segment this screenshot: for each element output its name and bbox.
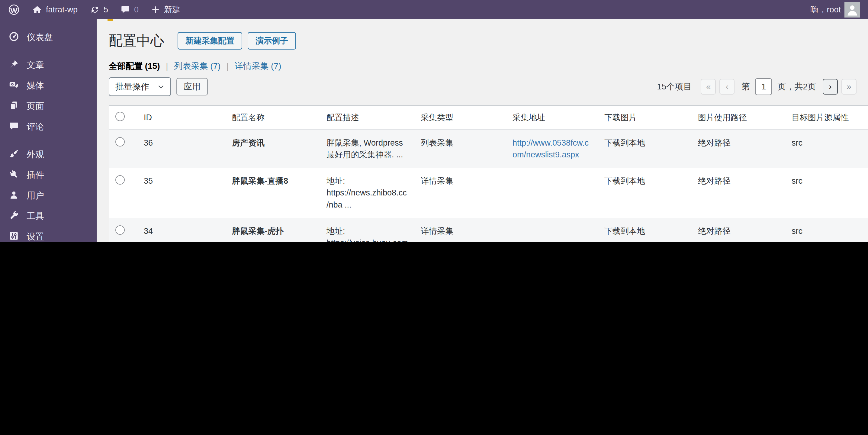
wordpress-admin: fatrat-wp 5 0 新建 嗨，root 仪表盘: [0, 0, 868, 435]
cell-path: 绝对路径: [692, 130, 785, 168]
items-total: 15个项目: [657, 81, 692, 92]
new-content-link[interactable]: 新建: [151, 4, 180, 15]
sidebar-item-plugins[interactable]: 插件: [0, 165, 97, 185]
sidebar-item-pages[interactable]: 页面: [0, 96, 97, 117]
cell-desc: 地址: https://voice.hupu.com/spo ...: [320, 218, 415, 242]
sidebar-label: 插件: [27, 169, 44, 181]
select-all-checkbox[interactable]: [115, 112, 125, 121]
settings-icon: [8, 230, 19, 242]
cell-attr: src: [785, 218, 868, 242]
sidebar-item-comments[interactable]: 评论: [0, 117, 97, 137]
column-name: 配置名称: [226, 105, 320, 130]
sidebar-item-settings[interactable]: 设置: [0, 226, 97, 242]
site-link[interactable]: fatrat-wp: [32, 4, 78, 15]
sidebar-label: 工具: [27, 210, 44, 222]
cell-path: 绝对路径: [692, 218, 785, 242]
column-url: 采集地址: [506, 105, 598, 130]
cell-path: 绝对路径: [692, 168, 785, 218]
cell-id: 35: [138, 168, 226, 218]
comments-count: 0: [134, 5, 138, 14]
new-config-button[interactable]: 新建采集配置: [178, 32, 242, 50]
users-icon: [8, 189, 19, 203]
apply-button[interactable]: 应用: [176, 78, 208, 95]
sidebar-label: 设置: [27, 231, 44, 242]
plugins-icon: [8, 169, 19, 182]
current-page-input[interactable]: [755, 78, 772, 95]
comments-link[interactable]: 0: [120, 4, 138, 15]
greeting-text: 嗨，root: [810, 4, 841, 15]
select-row-checkbox[interactable]: [115, 225, 125, 235]
cell-url: [506, 168, 598, 218]
crawl-url-link[interactable]: http://www.0538fcw.com/newslist9.aspx: [513, 138, 589, 159]
site-name: fatrat-wp: [46, 5, 78, 14]
prev-page-button[interactable]: ‹: [719, 79, 735, 95]
appearance-icon: [8, 148, 19, 161]
new-label: 新建: [164, 4, 180, 15]
updates-link[interactable]: 5: [90, 4, 108, 15]
next-page-button[interactable]: ›: [823, 79, 838, 95]
config-table: ID 配置名称 配置描述 采集类型 采集地址 下载图片 图片使用路径 目标图片源…: [109, 105, 868, 242]
sidebar-label: 用户: [27, 190, 44, 202]
cell-name: 胖鼠采集-虎扑: [226, 218, 320, 242]
table-row: 34 胖鼠采集-虎扑 地址: https://voice.hupu.com/sp…: [109, 218, 868, 242]
sidebar-label: 评论: [27, 121, 44, 133]
menu-separator: [0, 48, 97, 55]
pagination: 15个项目 « ‹ 第 页，共2页 › »: [657, 78, 857, 95]
column-path: 图片使用路径: [692, 105, 785, 130]
cell-desc: 地址: https://news.zhibo8.cc/nba ...: [320, 168, 415, 218]
sidebar-label: 外观: [27, 149, 44, 161]
cell-type: 详情采集: [415, 218, 506, 242]
chevron-down-icon: [157, 83, 165, 91]
filter-list-crawl[interactable]: 列表采集 (7): [174, 61, 220, 71]
sidebar-label: 仪表盘: [27, 31, 53, 43]
column-id[interactable]: ID: [138, 105, 226, 130]
filter-detail-crawl[interactable]: 详情采集 (7): [235, 61, 281, 71]
comment-icon: [120, 4, 130, 15]
filter-separator: |: [226, 61, 229, 71]
column-type: 采集类型: [415, 105, 506, 130]
bulk-action-select[interactable]: 批量操作: [109, 77, 171, 96]
comments-icon: [8, 121, 19, 133]
last-page-button[interactable]: »: [841, 79, 857, 95]
sidebar-item-tools[interactable]: 工具: [0, 206, 97, 226]
demo-button[interactable]: 演示例子: [248, 32, 296, 50]
column-download: 下载图片: [598, 105, 692, 130]
cell-url: [506, 218, 598, 242]
wordpress-logo-icon[interactable]: [8, 4, 20, 16]
table-header-row: ID 配置名称 配置描述 采集类型 采集地址 下载图片 图片使用路径 目标图片源…: [109, 105, 868, 130]
menu-separator: [0, 137, 97, 145]
home-icon: [32, 4, 42, 15]
sidebar-label: 页面: [27, 100, 44, 113]
select-row-checkbox[interactable]: [115, 137, 125, 147]
sidebar-label: 媒体: [27, 80, 44, 92]
updates-count: 5: [103, 5, 108, 14]
page-title: 配置中心: [109, 32, 164, 49]
cell-desc: 胖鼠采集, Wordpress最好用的采集神器. ...: [320, 130, 415, 168]
admin-menu: 仪表盘 文章 媒体 页面 评论 外观 插件 用户: [0, 19, 97, 242]
sidebar-item-media[interactable]: 媒体: [0, 75, 97, 96]
cell-download: 下载到本地: [598, 218, 692, 242]
media-icon: [8, 80, 19, 92]
sidebar-item-posts[interactable]: 文章: [0, 55, 97, 75]
pages-icon: [8, 100, 19, 113]
filter-links: 全部配置 (15) | 列表采集 (7) | 详情采集 (7): [109, 60, 857, 72]
updates-icon: [90, 4, 100, 15]
admin-bar: fatrat-wp 5 0 新建 嗨，root: [0, 0, 868, 19]
column-desc: 配置描述: [320, 105, 415, 130]
sidebar-item-dashboard[interactable]: 仪表盘: [0, 27, 97, 48]
sidebar-item-users[interactable]: 用户: [0, 185, 97, 206]
cell-attr: src: [785, 168, 868, 218]
dashboard-icon: [8, 31, 19, 44]
select-row-checkbox[interactable]: [115, 175, 125, 185]
plus-icon: [151, 5, 160, 14]
page-suffix: 页，共2页: [777, 81, 816, 92]
sidebar-item-appearance[interactable]: 外观: [0, 145, 97, 165]
filter-separator: |: [166, 61, 168, 71]
my-account-link[interactable]: 嗨，root: [810, 2, 860, 18]
first-page-button[interactable]: «: [701, 79, 716, 95]
filter-all[interactable]: 全部配置 (15): [109, 61, 160, 71]
cell-id: 34: [138, 218, 226, 242]
table-row: 36 房产资讯 胖鼠采集, Wordpress最好用的采集神器. ... 列表采…: [109, 130, 868, 168]
cell-name: 胖鼠采集-直播8: [226, 168, 320, 218]
notice-artifact: [107, 19, 113, 21]
